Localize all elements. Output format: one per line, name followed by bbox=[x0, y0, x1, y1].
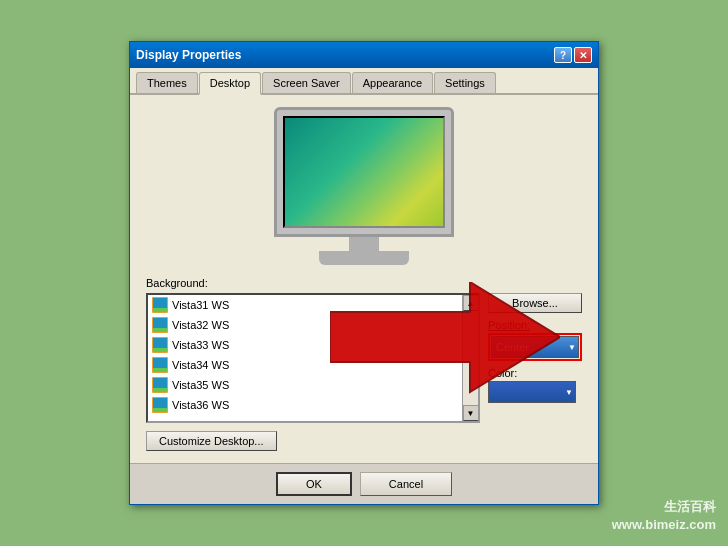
scroll-up-arrow[interactable]: ▲ bbox=[463, 295, 479, 311]
color-label: Color: bbox=[488, 367, 582, 379]
customize-button[interactable]: Customize Desktop... bbox=[146, 431, 277, 451]
bottom-row: Customize Desktop... bbox=[146, 431, 582, 451]
color-dropdown[interactable]: ▼ bbox=[488, 381, 576, 403]
svg-rect-8 bbox=[153, 348, 167, 352]
position-dropdown-highlight: Center ▼ bbox=[488, 333, 582, 361]
scroll-track bbox=[463, 311, 479, 405]
svg-rect-14 bbox=[153, 388, 167, 392]
ok-button[interactable]: OK bbox=[276, 472, 352, 496]
svg-rect-13 bbox=[153, 378, 167, 388]
svg-rect-7 bbox=[153, 338, 167, 348]
tab-bar: Themes Desktop Screen Saver Appearance S… bbox=[130, 68, 598, 95]
wallpaper-list[interactable]: Vista31 WS Vista32 WS Vista33 WS Vista34… bbox=[146, 293, 480, 423]
svg-rect-16 bbox=[153, 398, 167, 408]
list-item[interactable]: Vista31 WS bbox=[148, 295, 478, 315]
tab-settings[interactable]: Settings bbox=[434, 72, 496, 93]
svg-rect-4 bbox=[153, 318, 167, 328]
tab-screensaver[interactable]: Screen Saver bbox=[262, 72, 351, 93]
dropdown-arrow-icon: ▼ bbox=[565, 388, 573, 397]
monitor-body bbox=[274, 107, 454, 237]
position-value: Center bbox=[496, 341, 529, 353]
wallpaper-icon bbox=[152, 317, 168, 333]
list-scrollbar[interactable]: ▲ ▼ bbox=[462, 295, 478, 421]
list-item-label: Vista36 WS bbox=[172, 399, 229, 411]
svg-rect-5 bbox=[153, 328, 167, 332]
list-item[interactable]: Vista34 WS bbox=[148, 355, 478, 375]
svg-rect-1 bbox=[153, 298, 167, 308]
dropdown-arrow-icon: ▼ bbox=[568, 343, 576, 352]
background-label: Background: bbox=[146, 277, 582, 289]
list-item[interactable]: Vista33 WS bbox=[148, 335, 478, 355]
right-controls: Browse... Position: Center ▼ Color: ▼ bbox=[488, 293, 582, 423]
content-area: Background: Vista31 WS Vista32 WS Vi bbox=[130, 95, 598, 463]
svg-rect-10 bbox=[153, 358, 167, 368]
list-item[interactable]: Vista36 WS bbox=[148, 395, 478, 415]
tab-desktop[interactable]: Desktop bbox=[199, 72, 261, 95]
cancel-button[interactable]: Cancel bbox=[360, 472, 452, 496]
list-item-label: Vista31 WS bbox=[172, 299, 229, 311]
titlebar: Display Properties ? ✕ bbox=[130, 42, 598, 68]
position-label: Position: bbox=[488, 319, 582, 331]
color-section: Color: ▼ bbox=[488, 367, 582, 403]
browse-button[interactable]: Browse... bbox=[488, 293, 582, 313]
list-item-label: Vista33 WS bbox=[172, 339, 229, 351]
wallpaper-icon bbox=[152, 357, 168, 373]
wallpaper-icon bbox=[152, 297, 168, 313]
monitor-screen bbox=[283, 116, 445, 228]
wallpaper-icon bbox=[152, 337, 168, 353]
position-dropdown[interactable]: Center ▼ bbox=[491, 336, 579, 358]
help-button[interactable]: ? bbox=[554, 47, 572, 63]
position-section: Position: Center ▼ bbox=[488, 319, 582, 361]
monitor-neck bbox=[349, 237, 379, 251]
svg-rect-2 bbox=[153, 308, 167, 312]
watermark: 生活百科www.bimeiz.com bbox=[612, 498, 716, 534]
monitor-preview bbox=[146, 107, 582, 265]
list-inner: Vista31 WS Vista32 WS Vista33 WS Vista34… bbox=[148, 295, 478, 421]
wallpaper-icon bbox=[152, 377, 168, 393]
list-item-label: Vista34 WS bbox=[172, 359, 229, 371]
dialog-buttons: OK Cancel bbox=[130, 463, 598, 504]
list-item-label: Vista32 WS bbox=[172, 319, 229, 331]
wallpaper-icon bbox=[152, 397, 168, 413]
monitor bbox=[274, 107, 454, 265]
list-item-label: Vista35 WS bbox=[172, 379, 229, 391]
tab-appearance[interactable]: Appearance bbox=[352, 72, 433, 93]
svg-rect-17 bbox=[153, 408, 167, 412]
list-item[interactable]: Vista35 WS bbox=[148, 375, 478, 395]
monitor-base bbox=[319, 251, 409, 265]
close-button[interactable]: ✕ bbox=[574, 47, 592, 63]
scroll-down-arrow[interactable]: ▼ bbox=[463, 405, 479, 421]
svg-rect-11 bbox=[153, 368, 167, 372]
tab-themes[interactable]: Themes bbox=[136, 72, 198, 93]
window-title: Display Properties bbox=[136, 48, 241, 62]
list-item[interactable]: Vista32 WS bbox=[148, 315, 478, 335]
titlebar-buttons: ? ✕ bbox=[554, 47, 592, 63]
background-row: Vista31 WS Vista32 WS Vista33 WS Vista34… bbox=[146, 293, 582, 423]
